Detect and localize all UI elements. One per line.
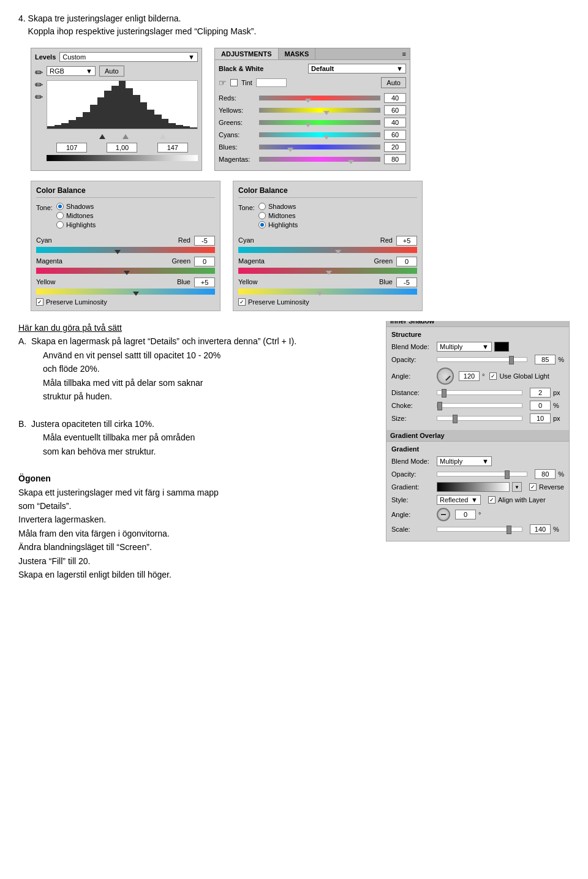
cb-left-slider3-value[interactable]: +5 [194, 277, 215, 287]
levels-auto-button[interactable]: Auto [99, 66, 124, 77]
bw-blues-slider[interactable] [259, 145, 380, 149]
gradient-overlay-scale-row: Scale: 140 % [391, 524, 564, 534]
cb-left-shadows[interactable]: Shadows [56, 203, 96, 210]
adj-menu-icon[interactable]: ≡ [399, 48, 410, 59]
gradient-overlay-swatch-dropdown[interactable]: ▼ [512, 482, 522, 492]
inner-shadow-size-unit: px [553, 415, 564, 422]
inner-shadow-blend-dropdown[interactable]: Multiply ▼ [437, 342, 492, 352]
cb-left-slider2-value[interactable]: 0 [194, 257, 215, 266]
gradient-overlay-reverse-row: ✓ Reverse [529, 483, 564, 491]
gradient-overlay-opacity-slider[interactable] [437, 472, 527, 477]
gradient-overlay-reverse-checkbox[interactable]: ✓ [529, 483, 537, 491]
bw-target-icon[interactable]: ☞ [219, 78, 227, 88]
bw-magentas-slider[interactable] [259, 157, 380, 162]
cb-left-preserve-checkbox[interactable]: ✓ [36, 298, 43, 306]
bw-magentas-value[interactable]: 80 [384, 154, 406, 164]
levels-shadow-marker[interactable] [99, 134, 105, 139]
inner-shadow-angle-knob[interactable] [437, 368, 454, 385]
cb-right-slider2-value[interactable]: 0 [396, 257, 417, 266]
masks-tab[interactable]: MASKS [279, 48, 316, 59]
bw-greens-value[interactable]: 40 [384, 118, 406, 127]
inner-shadow-angle-value[interactable]: 120 [459, 371, 480, 381]
inner-shadow-distance-slider[interactable] [437, 390, 522, 395]
inner-shadow-choke-slider[interactable] [437, 403, 522, 408]
bw-tint-row: ☞ Tint Auto [219, 77, 406, 88]
bw-slider-yellows: Yellows: 60 [219, 105, 406, 115]
cb-right-slider1-value[interactable]: +5 [396, 236, 417, 246]
eyedropper-3[interactable]: ✏ [35, 92, 43, 102]
cb-left-midtones[interactable]: Midtones [56, 212, 96, 219]
bw-cyans-value[interactable]: 60 [384, 130, 406, 140]
levels-preset-dropdown[interactable]: Custom ▼ [59, 52, 198, 62]
cb-right-shadows-radio[interactable] [258, 203, 266, 210]
bw-preset-dropdown[interactable]: Default ▼ [308, 64, 406, 74]
levels-shadow-value[interactable]: 107 [56, 143, 87, 153]
bw-cyans-slider[interactable] [259, 132, 380, 137]
inner-shadow-size-label: Size: [391, 415, 434, 422]
levels-highlight-marker[interactable] [160, 134, 166, 139]
levels-channel-dropdown[interactable]: RGB ▼ [47, 66, 96, 76]
bw-yellows-value[interactable]: 60 [384, 105, 406, 115]
eyedropper-1[interactable]: ✏ [35, 68, 43, 78]
cb-right-highlights[interactable]: Highlights [258, 221, 298, 228]
cb-right-slider1: Cyan Red +5 [238, 236, 417, 253]
levels-highlight-value[interactable]: 147 [157, 143, 188, 153]
bw-yellows-slider[interactable] [259, 108, 380, 113]
gradient-overlay-scale-value[interactable]: 140 [530, 524, 551, 534]
gradient-overlay-align-checkbox[interactable]: ✓ [488, 496, 496, 504]
inner-shadow-distance-value[interactable]: 2 [530, 388, 551, 398]
gradient-overlay-reverse-label: Reverse [539, 483, 564, 491]
cb-right-slider3-value[interactable]: -5 [396, 277, 417, 287]
inner-shadow-opacity-value[interactable]: 85 [535, 355, 556, 364]
eyedropper-2[interactable]: ✏ [35, 80, 43, 90]
cb-right-cyan-red-track[interactable] [238, 247, 417, 253]
cb-right-highlights-radio[interactable] [258, 221, 266, 228]
cb-left-slider1: Cyan Red -5 [36, 236, 215, 253]
inner-shadow-size-slider[interactable] [437, 416, 522, 421]
inner-shadow-global-light-checkbox[interactable]: ✓ [489, 372, 497, 380]
cb-left-slider1-value[interactable]: -5 [194, 236, 215, 246]
cb-left-cyan-red-track[interactable] [36, 247, 215, 253]
gradient-overlay-angle-knob[interactable] [437, 508, 450, 521]
levels-midtone-marker[interactable] [123, 134, 129, 139]
cb-left-midtones-radio[interactable] [56, 212, 64, 219]
bw-auto-button[interactable]: Auto [381, 77, 406, 88]
eyedropper-tools: ✏ ✏ ✏ [35, 66, 43, 161]
gradient-overlay-opacity-value[interactable]: 80 [535, 469, 556, 479]
bw-reds-slider[interactable] [259, 96, 380, 100]
bw-tint-checkbox[interactable] [230, 79, 238, 86]
bw-reds-value[interactable]: 40 [384, 93, 406, 103]
cb-right-midtones[interactable]: Midtones [258, 212, 298, 219]
cb-left-mag-green-track[interactable] [36, 268, 215, 274]
cb-right-slider2-right: Green [374, 257, 393, 265]
cb-right-midtones-radio[interactable] [258, 212, 266, 219]
step-header: 4. Skapa tre justeringslager enligt bild… [18, 12, 570, 38]
inner-shadow-color-swatch[interactable] [494, 342, 509, 352]
cb-left-shadows-radio[interactable] [56, 203, 64, 210]
gradient-overlay-swatch[interactable] [437, 482, 510, 492]
inner-shadow-choke-label: Choke: [391, 402, 434, 409]
inner-shadow-choke-value[interactable]: 0 [530, 401, 551, 410]
bw-tint-color-box[interactable] [256, 78, 287, 87]
levels-channel-row: RGB ▼ Auto [47, 66, 198, 77]
cb-right-shadows[interactable]: Shadows [258, 203, 298, 210]
inner-shadow-global-light: ✓ Use Global Light [489, 372, 549, 380]
cb-left-highlights-radio[interactable] [56, 221, 64, 228]
cb-right-preserve-checkbox[interactable]: ✓ [238, 298, 246, 306]
cb-right-mag-green-track[interactable] [238, 268, 417, 274]
inner-shadow-opacity-label: Opacity: [391, 356, 434, 363]
gradient-overlay-blend-dropdown[interactable]: Multiply ▼ [437, 456, 492, 466]
inner-shadow-opacity-slider[interactable] [437, 357, 527, 362]
bw-blues-value[interactable]: 20 [384, 142, 406, 152]
gradient-overlay-angle-value[interactable]: 0 [455, 510, 476, 519]
gradient-overlay-style-dropdown[interactable]: Reflected ▼ [437, 495, 481, 505]
adjustments-tab[interactable]: ADJUSTMENTS [215, 48, 279, 59]
cb-left-yel-blue-track[interactable] [36, 289, 215, 295]
cb-right-yel-blue-track[interactable] [238, 289, 417, 295]
gradient-overlay-scale-slider[interactable] [437, 527, 522, 532]
inner-shadow-header: Inner Shadow [386, 321, 569, 327]
inner-shadow-size-value[interactable]: 10 [530, 413, 551, 423]
levels-midtone-value[interactable]: 1,00 [107, 143, 137, 153]
cb-left-highlights[interactable]: Highlights [56, 221, 96, 228]
bw-greens-slider[interactable] [259, 120, 380, 125]
